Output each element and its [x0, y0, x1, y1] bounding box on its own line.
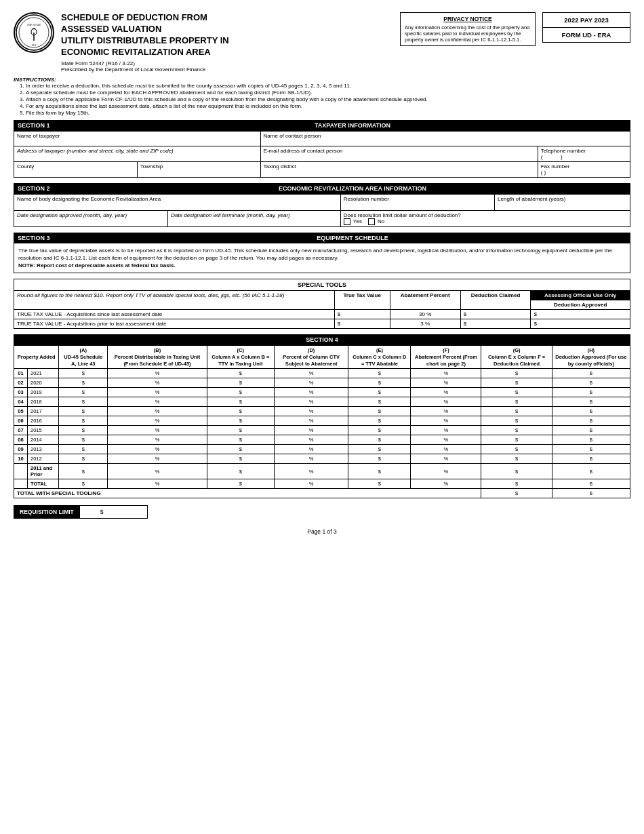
sec4-col-h: (H) Deduction Approved (For use by count…: [552, 346, 630, 369]
privacy-notice-box: PRIVACY NOTICE Any information concernin…: [400, 12, 536, 46]
sec4-col-e-val: $: [348, 407, 411, 416]
sec4-col-b-val: %: [108, 426, 207, 435]
sec4-col-g-val: $: [481, 435, 552, 445]
sec4-col-c-val: $: [207, 407, 274, 416]
sec4-col-h-val: $: [552, 416, 630, 426]
length-cell: Length of abatement (years): [495, 194, 630, 210]
sec4-col-g-val: $: [481, 378, 552, 388]
yes-checkbox[interactable]: [344, 218, 350, 225]
sec4-col-d-val: %: [274, 378, 348, 388]
sec4-col-b-val: %: [108, 378, 207, 388]
instruction-5: File this form by May 15th.: [26, 110, 630, 116]
sec4-col-b-val: %: [108, 464, 207, 479]
sec4-row-num: 01: [14, 369, 28, 378]
sec4-col-d-val: %: [274, 416, 348, 426]
sec4-col-h-val: $: [552, 479, 630, 489]
total-special-label: TOTAL WITH SPECIAL TOOLING: [14, 489, 481, 498]
sec4-row-year: 2014: [28, 435, 59, 445]
sec4-data-row: 082014$%$%$%$$: [14, 435, 630, 445]
sec4-col-f-val: %: [411, 388, 481, 397]
section1-row3: County Township Taxing district Fax numb…: [14, 161, 630, 177]
township-cell: Township: [137, 161, 260, 177]
taxing-district-cell: Taxing district: [260, 161, 538, 177]
sec4-row-year: 2017: [28, 407, 59, 416]
sec4-col-c-val: $: [207, 426, 274, 435]
sec4-col-c-val: $: [207, 416, 274, 426]
state-seal: THE STATE OF 1816: [14, 12, 54, 53]
sec4-col-c-val: $: [207, 464, 274, 479]
sec4-col-b-val: %: [108, 416, 207, 426]
sec4-row-year: 2021: [28, 369, 59, 378]
sec4-data-row: 2011 and Prior$%$%$%$$: [14, 464, 630, 479]
section2-row1: Name of body designating the Economic Re…: [14, 194, 630, 210]
st-row2-dollar3: $: [531, 319, 630, 329]
section2: SECTION 2 ECONOMIC REVITALIZATION AREA I…: [14, 183, 630, 227]
st-row1-label: TRUE TAX VALUE - Acquisitions since last…: [14, 310, 335, 319]
telephone-cell: Telephone number ( ): [538, 146, 630, 161]
sec4-row-num: [14, 479, 28, 489]
section1: SECTION 1 TAXPAYER INFORMATION Name of t…: [14, 120, 630, 178]
form-title-block: SCHEDULE OF DEDUCTION FROM ASSESSED VALU…: [61, 12, 393, 73]
sec4-col-e: (E) Column C x Column D = TTV Abatable: [348, 346, 411, 369]
sec4-col-b-val: %: [108, 369, 207, 378]
sec4-col-h-val: $: [552, 435, 630, 445]
sec4-col-b-val: %: [108, 407, 207, 416]
sec4-col-b: (B) Percent Distributable in Taxing Unit…: [108, 346, 207, 369]
no-checkbox[interactable]: [368, 218, 375, 225]
section3-header: SECTION 3 EQUIPMENT SCHEDULE: [14, 233, 630, 243]
st-col-deduction-approved: Deduction Approved: [531, 300, 630, 310]
sec4-col-d-val: %: [274, 454, 348, 464]
st-row1-percent: 30 %: [390, 310, 460, 319]
section4: SECTION 4 Property Added (A) UD-45 Sched…: [14, 334, 630, 498]
st-row2-dollar1: $: [334, 319, 390, 329]
st-instruction: Round all figures to the nearest $10. Re…: [14, 291, 335, 310]
fax-cell: Fax number ( ): [538, 161, 630, 177]
total-special-h: $: [552, 489, 630, 498]
special-tools-table: Round all figures to the nearest $10. Re…: [14, 290, 630, 329]
sec4-col-e-val: $: [348, 426, 411, 435]
svg-text:THE STATE: THE STATE: [27, 23, 41, 26]
st-col-true-tax: True Tax Value: [334, 291, 390, 310]
st-header-row: Round all figures to the nearest $10. Re…: [14, 291, 630, 300]
special-tools-title: SPECIAL TOOLS: [14, 279, 630, 290]
sec4-col-c-val: $: [207, 445, 274, 454]
sec4-col-e-val: $: [348, 454, 411, 464]
sec4-col-h-val: $: [552, 388, 630, 397]
sec4-col-a-val: $: [59, 445, 108, 454]
sec4-col-d-val: %: [274, 369, 348, 378]
sec4-col-g-val: $: [481, 426, 552, 435]
sec4-col-f-val: %: [411, 454, 481, 464]
sec4-row-num: 03: [14, 388, 28, 397]
sec4-row-year: 2020: [28, 378, 59, 388]
st-row2-percent: 3 %: [390, 319, 460, 329]
section1-row1: Name of taxpayer Name of contact person: [14, 131, 630, 146]
sec4-col-g-val: $: [481, 388, 552, 397]
sec4-col-g-val: $: [481, 445, 552, 454]
sec4-col-b-val: %: [108, 454, 207, 464]
sec4-col-c-val: $: [207, 454, 274, 464]
sec4-row-num: 07: [14, 426, 28, 435]
requisition-value: $: [80, 505, 148, 519]
sec4-col-d-val: %: [274, 407, 348, 416]
sec4-col-d-val: %: [274, 397, 348, 407]
sec4-row-num: 09: [14, 445, 28, 454]
sec4-col-e-val: $: [348, 445, 411, 454]
requisition-label: REQUISITION LIMIT: [14, 505, 80, 519]
sec4-col-f-val: %: [411, 445, 481, 454]
section3-text: The true tax value of depreciable assets…: [18, 247, 626, 262]
st-row1-dollar2: $: [460, 310, 531, 319]
sec4-data-row: 012021$%$%$%$$: [14, 369, 630, 378]
sec4-col-a-val: $: [59, 369, 108, 378]
section4-header: SECTION 4: [14, 334, 630, 345]
sec4-row-num: [14, 464, 28, 479]
svg-text:1816: 1816: [32, 44, 37, 47]
sec4-row-year: 2012: [28, 454, 59, 464]
total-special-g: $: [481, 489, 552, 498]
sec4-col-c-val: $: [207, 435, 274, 445]
sec4-row-num: 04: [14, 397, 28, 407]
sec4-col-f-val: %: [411, 479, 481, 489]
sec4-col-c-val: $: [207, 378, 274, 388]
date-terminate-cell: Date designation will terminate (month, …: [168, 210, 341, 226]
address-cell: Address of taxpayer (number and street, …: [14, 146, 261, 161]
st-row2-dollar2: $: [460, 319, 531, 329]
